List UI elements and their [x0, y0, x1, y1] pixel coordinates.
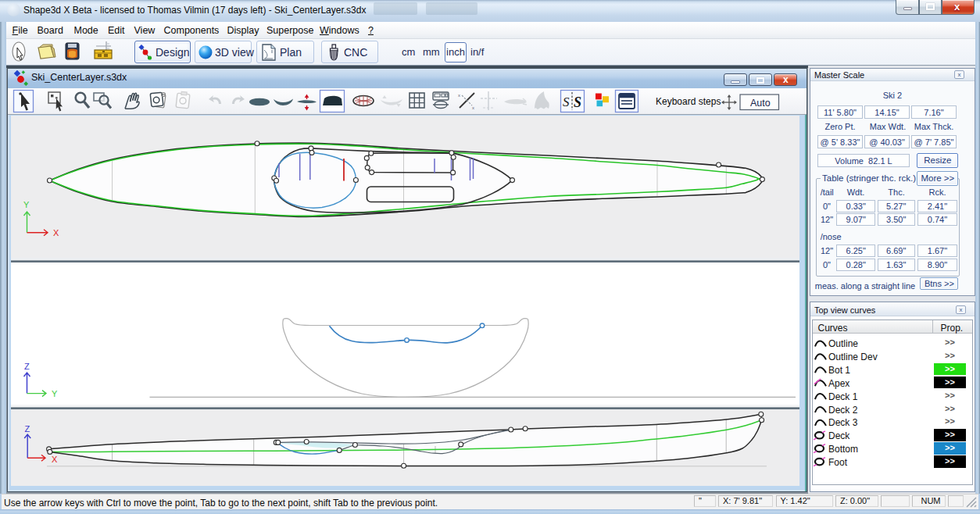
- svg-text:Y: Y: [52, 389, 58, 398]
- svg-text:Keyboard steps: Keyboard steps: [656, 96, 721, 107]
- svg-text:S: S: [574, 95, 581, 110]
- svg-text:Auto: Auto: [750, 98, 771, 109]
- svg-text:X: X: [53, 228, 59, 237]
- svg-text:x: x: [472, 105, 474, 110]
- svg-text:Z: Z: [24, 362, 30, 371]
- svg-text:X: X: [52, 455, 58, 464]
- svg-text:Y: Y: [23, 200, 30, 209]
- svg-text:x: x: [458, 93, 460, 98]
- svg-text:Z: Z: [25, 424, 30, 434]
- svg-text:S: S: [563, 95, 570, 109]
